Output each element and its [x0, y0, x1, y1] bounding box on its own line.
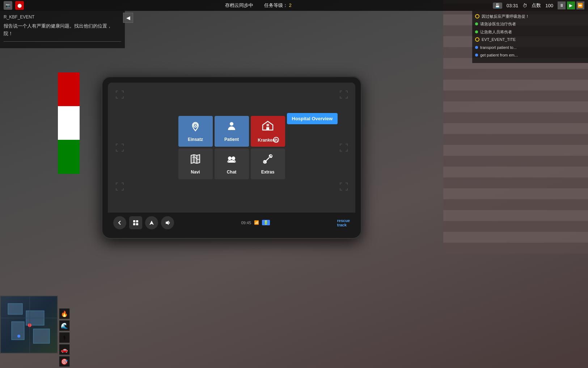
event-id: R_KBF_EVENT	[4, 14, 121, 20]
svg-point-10	[228, 156, 232, 160]
water-layer-button[interactable]: 🌊	[59, 320, 70, 331]
vehicle-layer-button[interactable]: 🚗	[59, 344, 70, 355]
green-dot-1	[475, 22, 478, 25]
svg-point-1	[195, 125, 196, 126]
expand-corner-tr	[335, 86, 352, 103]
event-item-2: 请急诊医生治疗伤者	[475, 21, 585, 27]
svg-rect-20	[136, 223, 138, 225]
points-label: 点数	[532, 2, 541, 9]
map-icon	[190, 153, 201, 167]
event-text-3: 让急救人员将伤者	[480, 29, 512, 35]
grid-button[interactable]	[129, 216, 142, 229]
navi-button[interactable]: Navi	[178, 149, 213, 179]
event-text-2: 请急诊医生治疗伤者	[480, 21, 516, 27]
camera-icon[interactable]: 📷	[4, 1, 12, 10]
svg-rect-17	[133, 220, 135, 222]
cloud-sync-label: 存档云同步中	[225, 2, 253, 9]
extras-label: Extras	[261, 170, 275, 175]
battery-icon: 🔋	[262, 220, 270, 225]
target-layer-button[interactable]: 🎯	[59, 356, 70, 367]
fast-forward-button[interactable]: ⏩	[576, 1, 584, 9]
tablet-time: 09:45	[241, 221, 251, 225]
rescue-layer-button[interactable]: ⚕	[59, 332, 70, 343]
right-panel: 因过敏反应严重呼吸急促！ 请急诊医生治疗伤者 让急救人员将伤者 EVT_EVEN…	[472, 11, 588, 63]
tablet-main-area: Einsatz Patient	[108, 83, 355, 213]
play-button[interactable]: ▶	[567, 1, 575, 9]
blue-dot-2	[475, 54, 478, 57]
brand-logo: rescuetrack	[337, 218, 350, 227]
menu-grid: Einsatz Patient	[178, 116, 285, 179]
minimap-markers	[1, 296, 57, 353]
event-text-1: 因过敏反应严重呼吸急促！	[482, 14, 529, 19]
save-icon[interactable]: 💾	[493, 3, 502, 9]
expand-corner-br	[335, 178, 352, 195]
person-icon	[226, 121, 237, 135]
hospital-tooltip: Hospital Overview	[287, 113, 338, 124]
event-item-5: transport patient to...	[475, 45, 585, 50]
clock-icon: ⏱	[523, 3, 527, 8]
collapse-panel-button[interactable]: ◀	[123, 13, 133, 23]
event-text-6: get patient from em...	[480, 53, 518, 58]
expand-corner-bl	[111, 178, 128, 195]
svg-rect-3	[266, 127, 269, 130]
bottom-left-hud: 缩放 - + 100% 🔥 🌊 ⚕ 🚗 🎯	[0, 296, 65, 368]
svg-marker-22	[166, 221, 169, 225]
hospital-icon	[261, 120, 274, 135]
tablet-bottom-bar: 09:45 📶 🔋 rescuetrack	[108, 213, 355, 233]
patient-button[interactable]: Patient	[215, 116, 249, 147]
event-item-3: 让急救人员将伤者	[475, 29, 585, 35]
einsatz-button[interactable]: Einsatz	[178, 116, 213, 147]
blue-dot-1	[475, 46, 478, 49]
tablet-screen: Einsatz Patient	[108, 83, 355, 233]
record-icon[interactable]: ⬤	[15, 1, 24, 10]
event-item-6: get patient from em...	[475, 53, 585, 58]
svg-point-11	[232, 156, 235, 160]
circle-indicator	[475, 14, 479, 18]
hud-left: 📷 ⬤	[4, 1, 24, 10]
mission-level: 任务等级： 2	[264, 2, 292, 9]
volume-button[interactable]	[161, 216, 174, 229]
extras-button[interactable]: Extras	[251, 149, 285, 179]
top-hud: 📷 ⬤ 存档云同步中 任务等级： 2 💾 03:31 ⏱ 点数 100 ⏸ ▶ …	[0, 0, 588, 11]
expand-corner-tl	[111, 86, 128, 103]
tools-icon	[262, 153, 274, 167]
einsatz-label: Einsatz	[188, 137, 203, 142]
left-panel: R_KBF_EVENT 报告说一个人有严重的健康问题。找出他们的位置， 院！	[0, 11, 125, 48]
navi-label: Navi	[191, 170, 200, 175]
flag	[58, 72, 80, 174]
svg-point-28	[17, 335, 20, 338]
pause-button[interactable]: ⏸	[558, 1, 566, 9]
chat-button[interactable]: Chat	[215, 149, 249, 179]
minimap[interactable]	[0, 296, 58, 354]
bottom-status-bar: 09:45 📶 🔋	[241, 220, 270, 225]
back-button[interactable]	[113, 216, 126, 229]
circle-indicator-2	[475, 37, 479, 42]
divider	[4, 41, 121, 42]
tablet-body: Einsatz Patient	[101, 76, 362, 239]
location-icon	[190, 121, 201, 135]
svg-rect-26	[33, 329, 50, 343]
krankenhaus-button[interactable]: Krankenh Hospital Overview	[251, 116, 285, 147]
hud-right: 💾 03:31 ⏱ 点数 100 ⏸ ▶ ⏩	[493, 1, 584, 9]
tablet-device: Einsatz Patient	[101, 76, 362, 239]
chat-label: Chat	[227, 170, 237, 175]
navigate-button[interactable]	[145, 216, 158, 229]
svg-rect-19	[133, 223, 135, 225]
hud-center: 存档云同步中 任务等级： 2	[225, 2, 292, 9]
chat-icon	[226, 153, 237, 167]
green-dot-2	[475, 30, 478, 33]
points-value: 100	[545, 3, 553, 8]
event-text-5: transport patient to...	[480, 45, 517, 50]
svg-marker-7	[191, 155, 200, 163]
svg-rect-23	[8, 304, 22, 314]
event-item-1: 因过敏反应严重呼吸急促！	[475, 14, 585, 19]
timer: 03:31	[507, 3, 519, 8]
expand-corner-mr	[335, 139, 352, 156]
fire-layer-button[interactable]: 🔥	[59, 308, 70, 319]
play-controls: ⏸ ▶ ⏩	[558, 1, 584, 9]
krankenhaus-label: Krankenh	[258, 138, 278, 143]
svg-point-2	[230, 122, 233, 126]
mission-text: 报告说一个人有严重的健康问题。找出他们的位置， 院！	[4, 22, 121, 38]
svg-rect-18	[136, 220, 138, 222]
bottom-controls	[113, 216, 174, 229]
